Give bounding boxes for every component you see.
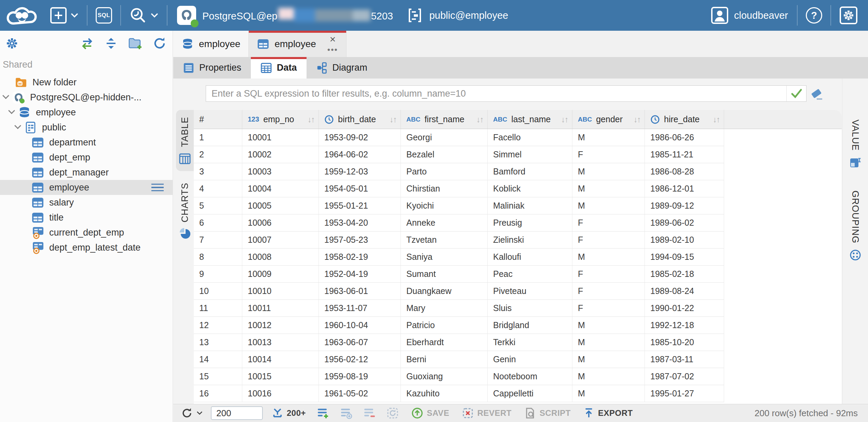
link-to-editor-icon[interactable] bbox=[80, 37, 94, 50]
cell-first-name[interactable]: Parto bbox=[401, 163, 488, 180]
cell-hire-date[interactable]: 1985-02-18 bbox=[645, 266, 724, 282]
cell-first-name[interactable]: Berni bbox=[401, 351, 488, 368]
cell-last-name[interactable]: Bridgland bbox=[488, 317, 572, 334]
filter-input[interactable]: Enter a SQL expression to filter results… bbox=[206, 88, 466, 99]
chevron-down-icon[interactable] bbox=[14, 122, 21, 129]
rail-tab-value[interactable]: VALUE bbox=[849, 119, 862, 169]
cell-last-name[interactable]: Sluis bbox=[488, 300, 572, 316]
tree-item[interactable]: salary bbox=[0, 195, 173, 210]
cell-gender[interactable]: M bbox=[572, 317, 645, 334]
cell-last-name[interactable]: Piveteau bbox=[488, 283, 572, 299]
column-header-first-name[interactable]: ABC first_name↓↑ bbox=[401, 110, 488, 129]
cell-last-name[interactable]: Preusig bbox=[488, 214, 572, 231]
cell-first-name[interactable]: Anneke bbox=[401, 214, 488, 231]
row-limit-input[interactable]: 200 bbox=[211, 406, 263, 420]
tree-item[interactable]: dept_emp_latest_date bbox=[0, 240, 173, 255]
cell-last-name[interactable]: Maliniak bbox=[488, 197, 572, 214]
row-number-cell[interactable]: 7 bbox=[194, 231, 242, 248]
cell-last-name[interactable]: Genin bbox=[488, 351, 572, 368]
tree-item[interactable]: department bbox=[0, 135, 173, 150]
cell-emp-no[interactable]: 10003 bbox=[242, 163, 319, 180]
cell-emp-no[interactable]: 10012 bbox=[242, 317, 319, 334]
row-number-cell[interactable]: 9 bbox=[194, 266, 242, 282]
column-header-rownum[interactable]: # bbox=[194, 110, 242, 129]
row-number-cell[interactable]: 10 bbox=[194, 283, 242, 299]
cell-first-name[interactable]: Chirstian bbox=[401, 180, 488, 197]
cell-hire-date[interactable]: 1985-10-20 bbox=[645, 334, 724, 351]
row-number-cell[interactable]: 2 bbox=[194, 146, 242, 163]
settings-button[interactable] bbox=[834, 6, 863, 25]
cell-first-name[interactable]: Tzvetan bbox=[401, 231, 488, 248]
cell-gender[interactable]: F bbox=[572, 146, 645, 163]
cell-first-name[interactable]: Guoxiang bbox=[401, 368, 488, 385]
fetch-more-button[interactable]: 200+ bbox=[272, 407, 306, 419]
cell-last-name[interactable]: Cappelletti bbox=[488, 385, 572, 402]
cell-birth-date[interactable]: 1956-02-12 bbox=[319, 351, 401, 368]
cell-first-name[interactable]: Sumant bbox=[401, 266, 488, 282]
new-folder-icon[interactable] bbox=[128, 37, 143, 50]
tab-diagram[interactable]: Diagram bbox=[307, 57, 377, 79]
row-number-cell[interactable]: 11 bbox=[194, 300, 242, 316]
cell-birth-date[interactable]: 1960-10-04 bbox=[319, 317, 401, 334]
cell-emp-no[interactable]: 10002 bbox=[242, 146, 319, 163]
cell-gender[interactable]: M bbox=[572, 385, 645, 402]
cell-hire-date[interactable]: 1989-09-12 bbox=[645, 197, 724, 214]
cell-last-name[interactable]: Kalloufi bbox=[488, 249, 572, 265]
chevron-down-icon[interactable] bbox=[8, 107, 15, 114]
cell-gender[interactable]: F bbox=[572, 214, 645, 231]
cell-hire-date[interactable]: 1994-09-15 bbox=[645, 249, 724, 265]
sql-editor-button[interactable]: SQL bbox=[90, 0, 118, 31]
cell-emp-no[interactable]: 10006 bbox=[242, 214, 319, 231]
cell-birth-date[interactable]: 1953-11-07 bbox=[319, 300, 401, 316]
cell-first-name[interactable]: Patricio bbox=[401, 317, 488, 334]
column-header-emp-no[interactable]: 123 emp_no↓↑ bbox=[242, 110, 319, 129]
tree-item[interactable]: current_dept_emp bbox=[0, 225, 173, 240]
row-number-cell[interactable]: 15 bbox=[194, 368, 242, 385]
cell-last-name[interactable]: Simmel bbox=[488, 146, 572, 163]
sort-icon[interactable]: ↓↑ bbox=[561, 115, 568, 124]
cell-first-name[interactable]: Kazuhito bbox=[401, 385, 488, 402]
cell-gender[interactable]: F bbox=[572, 266, 645, 282]
sort-icon[interactable]: ↓↑ bbox=[713, 115, 720, 124]
cell-gender[interactable]: M bbox=[572, 180, 645, 197]
cell-hire-date[interactable]: 1985-11-21 bbox=[645, 146, 724, 163]
cell-first-name[interactable]: Mary bbox=[401, 300, 488, 316]
tab-employee-database[interactable]: employee bbox=[173, 31, 249, 57]
cell-hire-date[interactable]: 1986-12-01 bbox=[645, 180, 724, 197]
cell-hire-date[interactable]: 1989-02-10 bbox=[645, 231, 724, 248]
tree-item[interactable]: dept_manager bbox=[0, 165, 173, 180]
cell-hire-date[interactable]: 1990-01-22 bbox=[645, 300, 724, 316]
tab-employee-table[interactable]: employee × ••• bbox=[249, 31, 347, 57]
sql-filter-bar[interactable]: Enter a SQL expression to filter results… bbox=[206, 85, 806, 102]
cell-gender[interactable]: M bbox=[572, 351, 645, 368]
cell-hire-date[interactable]: 1986-08-28 bbox=[645, 163, 724, 180]
tab-properties[interactable]: Properties bbox=[173, 57, 251, 79]
row-number-cell[interactable]: 5 bbox=[194, 197, 242, 214]
sort-icon[interactable]: ↓↑ bbox=[476, 115, 483, 124]
cell-emp-no[interactable]: 10001 bbox=[242, 129, 319, 146]
row-number-cell[interactable]: 6 bbox=[194, 214, 242, 231]
cell-gender[interactable]: F bbox=[572, 231, 645, 248]
cell-hire-date[interactable]: 1989-08-24 bbox=[645, 283, 724, 299]
tree-item[interactable]: employee bbox=[0, 105, 173, 120]
cell-birth-date[interactable]: 1953-09-02 bbox=[319, 129, 401, 146]
script-button[interactable]: SCRIPT bbox=[524, 407, 571, 419]
refresh-tree-icon[interactable] bbox=[153, 37, 166, 50]
row-number-cell[interactable]: 14 bbox=[194, 351, 242, 368]
cell-emp-no[interactable]: 10007 bbox=[242, 231, 319, 248]
row-number-cell[interactable]: 13 bbox=[194, 334, 242, 351]
cell-emp-no[interactable]: 10004 bbox=[242, 180, 319, 197]
cell-first-name[interactable]: Saniya bbox=[401, 249, 488, 265]
cell-last-name[interactable]: Facello bbox=[488, 129, 572, 146]
apply-filter-button[interactable] bbox=[786, 86, 806, 101]
column-header-last-name[interactable]: ABC last_name↓↑ bbox=[488, 110, 572, 129]
row-number-cell[interactable]: 1 bbox=[194, 129, 242, 146]
cell-emp-no[interactable]: 10014 bbox=[242, 351, 319, 368]
column-header-birth-date[interactable]: birth_date↓↑ bbox=[319, 110, 401, 129]
cell-gender[interactable]: M bbox=[572, 368, 645, 385]
sidebar-settings-gear-icon[interactable] bbox=[5, 36, 19, 51]
rail-tab-charts[interactable]: CHARTS bbox=[176, 176, 194, 247]
cell-gender[interactable]: F bbox=[572, 283, 645, 299]
cell-emp-no[interactable]: 10008 bbox=[242, 249, 319, 265]
cell-birth-date[interactable]: 1961-05-02 bbox=[319, 385, 401, 402]
